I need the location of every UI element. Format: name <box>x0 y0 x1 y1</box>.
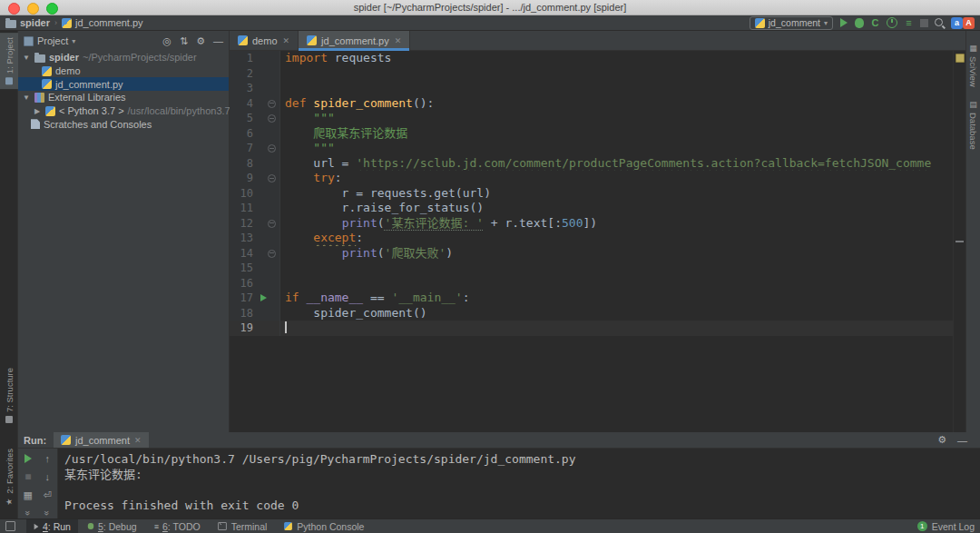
tree-item-scratches-and-consoles[interactable]: Scratches and Consoles <box>18 117 229 131</box>
code-token: print <box>342 216 377 230</box>
run-list-icon[interactable]: ≡ <box>901 16 916 30</box>
coverage-icon[interactable]: C <box>867 16 883 30</box>
event-log-widget[interactable]: 1 Event Log <box>917 521 975 532</box>
collapse-icon[interactable]: ⇅ <box>180 35 188 47</box>
settings-gear-icon[interactable]: ⚙ <box>937 434 946 446</box>
statusbar-item--run[interactable]: 4: Run <box>26 519 78 533</box>
code-token: __name__ <box>306 291 363 304</box>
code-line[interactable]: 17if __name__ == '__main__': <box>230 291 953 306</box>
code-line[interactable]: 9 try: <box>230 171 953 186</box>
debug-bug-icon[interactable] <box>855 18 864 28</box>
statusbar-item-label: 4: Run <box>43 521 71 532</box>
code-line[interactable]: 10 r = requests.get(url) <box>230 186 953 202</box>
profiler-icon[interactable] <box>887 17 897 28</box>
inspection-indicator-icon[interactable] <box>956 54 965 63</box>
close-icon[interactable]: ✕ <box>283 36 290 45</box>
search-icon[interactable] <box>932 16 947 30</box>
down-icon[interactable]: ↓ <box>45 471 51 482</box>
code-line[interactable]: 2 <box>230 66 953 82</box>
fold-icon[interactable] <box>268 174 276 183</box>
code-line[interactable]: 18 spider_comment() <box>230 306 953 321</box>
tool-windows-quick-access-icon[interactable] <box>5 521 15 531</box>
code-line[interactable]: 6 爬取某东评论数据 <box>230 126 953 142</box>
fold-icon[interactable] <box>268 220 276 228</box>
line-number: 1 <box>230 51 253 66</box>
editor-tab-demo[interactable]: demo✕ <box>230 31 299 50</box>
rerun-icon[interactable] <box>24 453 32 464</box>
code-line[interactable]: 19 <box>230 321 953 336</box>
code-line[interactable]: 16 <box>230 276 953 291</box>
locate-icon[interactable]: ◎ <box>162 35 172 47</box>
code-token <box>285 171 313 184</box>
code-token: print <box>342 246 377 260</box>
fold-icon[interactable] <box>268 250 276 258</box>
translate-red-icon[interactable]: A <box>963 17 975 29</box>
code-line[interactable]: 7 """ <box>230 141 953 156</box>
tool-stripe-item-favorites[interactable]: ★2: Favorites <box>0 444 18 511</box>
navigation-bar: spider›jd_comment.py jd_comment ▾ C≡aA <box>0 15 980 31</box>
tool-stripe-item-database[interactable]: ▤Database <box>968 100 978 150</box>
project-view-selector[interactable]: Project ▾ <box>24 35 75 46</box>
code-line[interactable]: 8 url = 'https://sclub.jd.com/comment/pr… <box>230 156 953 172</box>
tree-item-demo[interactable]: demo <box>18 64 229 78</box>
layout-icon[interactable]: ▦ <box>24 489 33 500</box>
code-token <box>285 216 342 230</box>
chevron-down-icon[interactable]: ▼ <box>22 94 31 102</box>
hide-chevrons-icon[interactable]: » <box>42 510 53 516</box>
tool-stripe-item-structure[interactable]: 7: Structure <box>0 363 18 428</box>
statusbar-item-terminal[interactable]: Terminal <box>210 519 275 533</box>
project-tree: ▼spider ~/PycharmProjects/spiderdemojd_c… <box>18 51 229 131</box>
statusbar-item--debug[interactable]: 5: Debug <box>80 519 144 533</box>
translate-blue-icon[interactable]: a <box>951 17 963 29</box>
tree-item-jd-comment-py[interactable]: jd_comment.py <box>18 77 229 91</box>
soft-wrap-icon[interactable]: ⏎ <box>44 489 52 500</box>
chevron-right-icon[interactable]: ▶ <box>33 107 42 115</box>
run-console-output[interactable]: /usr/local/bin/python3.7 /Users/pig/Pych… <box>58 449 980 518</box>
hide-chevrons-icon[interactable]: » <box>23 510 34 516</box>
code-line[interactable]: 13 except: <box>230 231 953 246</box>
folder-icon <box>5 20 16 28</box>
fold-icon[interactable] <box>268 114 276 123</box>
up-icon[interactable]: ↑ <box>45 453 51 464</box>
code-line[interactable]: 11 r.raise_for_status() <box>230 201 953 216</box>
stop-icon[interactable] <box>916 16 932 30</box>
tree-item-spider[interactable]: ▼spider ~/PycharmProjects/spider <box>18 51 229 64</box>
breadcrumb-item[interactable]: spider <box>5 17 50 28</box>
code-line[interactable]: 15 <box>230 261 953 276</box>
close-icon[interactable]: ✕ <box>395 36 402 45</box>
code-line[interactable]: 12 print('某东评论数据: ' + r.text[:500]) <box>230 216 953 232</box>
line-number: 13 <box>230 231 253 246</box>
code-editor[interactable]: 1import requests234def spider_comment():… <box>230 51 953 432</box>
breadcrumb-item[interactable]: jd_comment.py <box>62 17 143 28</box>
libs-icon <box>34 93 44 103</box>
code-line[interactable]: 3 <box>230 81 953 96</box>
chevron-down-icon[interactable]: ▼ <box>22 54 31 62</box>
tool-stripe-item-project[interactable]: 1: Project <box>0 33 18 89</box>
hide-panel-icon[interactable]: — <box>957 435 967 446</box>
gutter-cell <box>253 171 280 186</box>
code-line[interactable]: 1import requests <box>230 51 953 66</box>
titlebar: spider [~/PycharmProjects/spider] - .../… <box>0 0 980 15</box>
editor-tab-jd-comment-py[interactable]: jd_comment.py✕ <box>299 31 410 50</box>
settings-gear-icon[interactable]: ⚙ <box>196 35 205 47</box>
statusbar-item--todo[interactable]: ≡6: TODO <box>146 519 208 533</box>
code-line[interactable]: 5 """ <box>230 111 953 126</box>
pyfile-icon <box>284 522 292 530</box>
code-line[interactable]: 14 print('爬取失败') <box>230 246 953 262</box>
code-line[interactable]: 4def spider_comment(): <box>230 96 953 112</box>
tool-stripe-item-sciview[interactable]: ▦SciView <box>968 44 978 87</box>
code-token <box>285 231 313 244</box>
statusbar-item-python-console[interactable]: Python Console <box>276 519 371 533</box>
run-tab[interactable]: jd_comment ✕ <box>54 432 148 448</box>
close-icon[interactable]: ✕ <box>134 436 142 445</box>
run-icon[interactable] <box>836 16 851 30</box>
fold-icon[interactable] <box>268 144 276 153</box>
editor-scrollbar[interactable] <box>953 51 965 432</box>
tree-item-external-libraries[interactable]: ▼External Libraries <box>18 91 229 104</box>
fold-icon[interactable] <box>268 100 276 108</box>
hide-icon[interactable]: — <box>213 35 223 46</box>
run-line-icon[interactable] <box>260 294 267 301</box>
run-config-select[interactable]: jd_comment ▾ <box>750 16 833 30</box>
stop-icon[interactable]: ■ <box>24 471 31 482</box>
tree-item--python-3-7-[interactable]: ▶< Python 3.7 > /usr/local/bin/python3.7 <box>18 104 229 118</box>
